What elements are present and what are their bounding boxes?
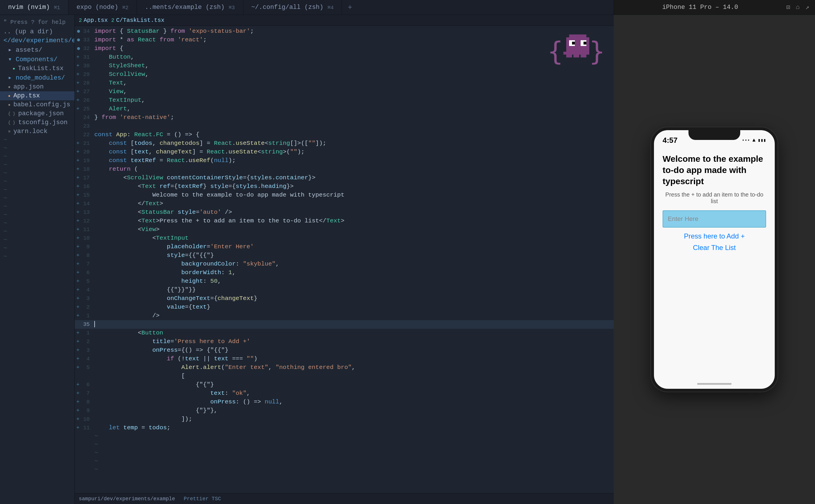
code-line-12: + 12 <Text>Press the + to add an item to… (75, 217, 614, 225)
line-content-21: const [todos, changetodos] = React.useSt… (92, 139, 614, 148)
phone-screenshot-icon[interactable]: ⊡ (786, 3, 790, 11)
app-input-placeholder: Enter Here (668, 215, 698, 223)
tilde-code-3: ~ (75, 449, 614, 457)
line-gutter-b11: + 11 (75, 424, 92, 432)
code-line-8: + 8 style={{"{{"} (75, 251, 614, 260)
sidebar-item-apptsx[interactable]: ● App.tsx (0, 91, 74, 100)
sidebar-apptsx-dot: ● (8, 94, 10, 98)
app-add-button[interactable]: Press here to Add + (663, 232, 766, 240)
phone-pane: 4:57 ▪▪▪ ▲ ▮▮▮ Welcome to the example to… (614, 15, 815, 504)
sidebar-item-root[interactable]: </dev/experiments/example/ (0, 36, 74, 45)
code-line-b6: + 6 {"{"} (75, 380, 614, 389)
svg-rect-12 (583, 42, 586, 45)
line-content-19: const textRef = React.useRef(null); (92, 156, 614, 165)
sidebar-item-assets[interactable]: ▸ assets/ (0, 45, 74, 55)
code-scroll[interactable]: { (75, 26, 614, 493)
code-line-b10: + 10 ]); (75, 415, 614, 424)
sidebar-item-babel[interactable]: ● babel.config.js (0, 100, 74, 109)
code-line-4: + 4 {{"}}"}} (75, 286, 614, 294)
app-clear-button[interactable]: Clear The List (663, 244, 766, 252)
line-content-26: TextInput, (92, 96, 614, 105)
new-tab-button[interactable]: + (342, 0, 358, 15)
svg-rect-13 (566, 55, 572, 57)
tab-zsh2[interactable]: ~/.config/all (zsh) ⌘4 (243, 0, 342, 15)
line-gutter-b9: + 9 (75, 406, 92, 415)
line-content-31: Button, (92, 53, 614, 61)
code-line-34: 34 import { StatusBar } from 'expo-statu… (75, 27, 614, 36)
code-line-10: + 10 <TextInput (75, 234, 614, 243)
line-content-17: <ScrollView contentContainerStyle={style… (92, 174, 614, 182)
code-line-28: + 28 Text, (75, 79, 614, 87)
line-content-b9: {"}"}, (92, 406, 614, 415)
tilde-9: ~ (0, 203, 74, 211)
code-line-1: + 1 /> (75, 311, 614, 320)
line-gutter-17: + 17 (75, 174, 92, 182)
line-gutter-31: + 31 (75, 53, 92, 61)
line-gutter-23: 23 (75, 122, 92, 130)
line-dot-33 (77, 39, 80, 41)
iphone-frame: 4:57 ▪▪▪ ▲ ▮▮▮ Welcome to the example to… (651, 127, 778, 392)
line-content-15: Welcome to the example to-do app made wi… (92, 191, 614, 199)
phone-pane-title: iPhone 11 Pro – 14.0 (620, 4, 781, 11)
tilde-13: ~ (0, 236, 74, 244)
code-line-6: + 6 borderWidth: 1, (75, 268, 614, 277)
tilde-3: ~ (0, 153, 74, 161)
svg-text:{: { (547, 36, 563, 66)
code-lines: { (75, 26, 614, 475)
line-content-18: return ( (92, 165, 614, 174)
line-content-16: <Text ref={textRef} style={styles.headin… (92, 182, 614, 191)
phone-home-icon[interactable]: ⌂ (796, 4, 800, 11)
tilde-5: ~ (0, 169, 74, 178)
line-gutter-21: + 21 (75, 139, 92, 148)
iphone-wifi-icon: ▲ (752, 137, 756, 143)
code-area: 2 App.tsx 2 C/TaskList.tsx { (75, 15, 614, 504)
sidebar-item-packagejson[interactable]: { } package.json (0, 109, 74, 118)
sidebar-updir-label: .. (up a dir) (3, 28, 53, 35)
tilde-7: ~ (0, 186, 74, 194)
iphone-signal-icon: ▪▪▪ (742, 138, 750, 143)
line-gutter-34: 34 (75, 27, 92, 36)
tab-nvim[interactable]: nvim (nvim) ⌘1 (0, 0, 68, 15)
line-gutter-12: + 12 (75, 217, 92, 225)
sidebar-item-tsconfig[interactable]: { } tsconfig.json (0, 118, 74, 127)
tab-zsh1-shortcut: ⌘3 (229, 4, 235, 11)
tab-expo[interactable]: expo (node) ⌘2 (68, 0, 137, 15)
breadcrumb-num2: 2 (111, 18, 114, 23)
code-line-26: + 26 TextInput, (75, 96, 614, 105)
sidebar-item-components[interactable]: ▾ Components/ (0, 55, 74, 64)
line-gutter-18: + 18 (75, 165, 92, 174)
breadcrumb-num1: 2 (79, 18, 82, 23)
status-bar: sampuri/dev/experiments/example Prettier… (75, 493, 614, 504)
line-content-24: } from 'react-native'; (92, 113, 614, 122)
breadcrumb-file2: C/TaskList.tsx (116, 17, 164, 24)
sidebar-components-label: ▾ Components/ (8, 55, 57, 63)
tab-zsh1[interactable]: ..ments/example (zsh) ⌘3 (137, 0, 243, 15)
line-content-28: Text, (92, 79, 614, 87)
sidebar-tasklist-label: TaskList.tsx (18, 65, 63, 72)
line-content-2: value={text} (92, 303, 614, 311)
tab-expo-label: expo (node) (76, 4, 118, 11)
sidebar-item-updir[interactable]: .. (up a dir) (0, 27, 74, 36)
tilde-12: ~ (0, 228, 74, 236)
line-gutter-5: + 5 (75, 277, 92, 286)
line-content-11: <View> (92, 225, 614, 234)
line-gutter-b6: + 6 (75, 380, 92, 389)
code-line-3: + 3 onChangeText={changeText} (75, 294, 614, 303)
sidebar-item-yarnlock[interactable]: ≡ yarn.lock (0, 127, 74, 136)
line-content-bracket: [ (92, 372, 614, 380)
line-gutter-24: 24 (75, 113, 92, 122)
sidebar-item-appjson[interactable]: ● app.json (0, 82, 74, 91)
line-content-13: <StatusBar style='auto' /> (92, 208, 614, 217)
sidebar-yarn-dot: ≡ (8, 129, 10, 134)
sidebar-item-tasklist[interactable]: ● TaskList.tsx (0, 64, 74, 73)
phone-container: 4:57 ▪▪▪ ▲ ▮▮▮ Welcome to the example to… (614, 15, 815, 504)
tilde-14: ~ (0, 244, 74, 253)
app-text-input[interactable]: Enter Here (663, 210, 766, 228)
code-line-25: + 25 Alert, (75, 105, 614, 113)
sidebar: " Press ? for help .. (up a dir) </dev/e… (0, 15, 75, 504)
editor-pane: " Press ? for help .. (up a dir) </dev/e… (0, 15, 614, 504)
phone-external-icon[interactable]: ↗ (806, 3, 809, 11)
status-path: sampuri/dev/experiments/example (79, 496, 175, 502)
line-content-27: View, (92, 87, 614, 96)
sidebar-item-node-modules[interactable]: ▸ node_modules/ (0, 73, 74, 82)
